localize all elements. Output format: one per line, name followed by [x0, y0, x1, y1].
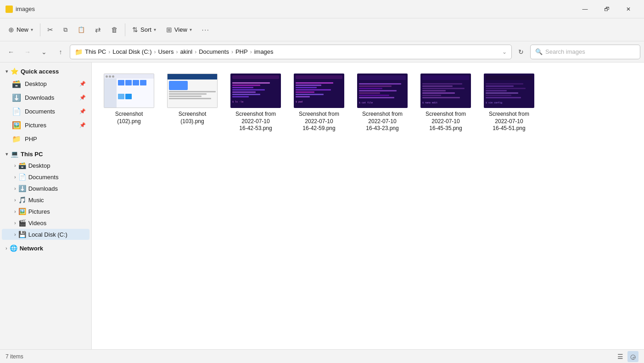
view-button[interactable]: ⊞ View ▾ — [162, 23, 196, 37]
sidebar-item-php[interactable]: 📁 PHP — [2, 132, 90, 146]
sidebar-localdisk-label: Local Disk (C:) — [28, 231, 67, 238]
sidebar-documents-pc-label: Documents — [28, 174, 59, 181]
sidebar-videos-pc-label: Videos — [28, 220, 47, 227]
sidebar-item-documents-qa[interactable]: 📄 Documents 📌 — [2, 105, 90, 118]
pictures-icon-qa: 🖼️ — [12, 121, 21, 130]
file-item-screenshot-103[interactable]: Screenshot(103).png — [162, 70, 222, 136]
thumb-164323-img: $ cat file — [357, 74, 408, 108]
file-item-screenshot-164535[interactable]: $ nano edit Screenshot from2022-07-1016-… — [416, 70, 476, 136]
file-name-103: Screenshot(103).png — [179, 111, 207, 125]
forward-button[interactable]: → — [20, 45, 35, 59]
documents-icon-qa: 📄 — [12, 107, 21, 116]
localdisk-expand: › — [14, 232, 16, 237]
history-button[interactable]: ⌄ — [37, 45, 51, 59]
file-item-screenshot-164551[interactable]: $ vim config Screenshot from2022-07-1016… — [479, 70, 539, 136]
toolbar-sep-1 — [40, 23, 40, 36]
view-label: View — [174, 26, 187, 33]
php-folder-icon: 📁 — [12, 135, 21, 143]
network-expand-icon: › — [6, 245, 7, 251]
desktop-icon: 🗃️ — [12, 79, 21, 88]
list-view-button[interactable]: ☰ — [615, 351, 626, 362]
search-box[interactable]: 🔍 Search images — [530, 45, 640, 59]
sidebar-item-downloads-pc[interactable]: › ⬇️ Downloads — [2, 183, 90, 194]
toolbar-sep-2 — [125, 23, 125, 36]
file-name-164253: Screenshot from2022-07-1016-42-53.png — [235, 111, 276, 132]
sidebar-item-pictures-qa[interactable]: 🖼️ Pictures 📌 — [2, 119, 90, 132]
network-icon: 🌐 — [10, 244, 17, 252]
minimize-button[interactable]: — — [575, 2, 595, 16]
downloads-pc-icon: ⬇️ — [18, 185, 26, 192]
sidebar-pictures-pc-label: Pictures — [28, 208, 50, 215]
downloads-pin-icon: 📌 — [79, 95, 86, 101]
quick-access-label: Quick access — [21, 68, 59, 75]
thumb-164259-img: $ pwd — [294, 74, 344, 108]
restore-button[interactable]: 🗗 — [596, 2, 617, 16]
sidebar-item-videos-pc[interactable]: › 🎬 Videos — [2, 217, 90, 228]
this-pc-header[interactable]: ▾ 💻 This PC — [2, 148, 90, 159]
main-area: ▾ ⭐ Quick access 🗃️ Desktop 📌 ⬇️ Downloa… — [0, 62, 644, 349]
file-grid: Screenshot(102).png — [99, 70, 637, 136]
music-icon: 🎵 — [18, 196, 26, 204]
documents-pc-expand: › — [14, 174, 16, 180]
thumbnail-164323: $ cat file — [357, 74, 408, 108]
sidebar-php-label: PHP — [25, 136, 37, 142]
file-item-screenshot-164259[interactable]: $ pwd Screenshot from2022-07-1016-42-59.… — [289, 70, 349, 136]
thumbnail-164535: $ nano edit — [420, 74, 471, 108]
up-button[interactable]: ↑ — [53, 45, 68, 59]
more-button[interactable]: ··· — [197, 23, 214, 36]
file-item-screenshot-164253[interactable]: $ ls -la Screenshot from2022-07-1016-42-… — [226, 70, 286, 136]
breadcrumb-users: Users — [158, 48, 174, 55]
thumb-164535-img: $ nano edit — [420, 74, 471, 108]
refresh-button[interactable]: ↻ — [514, 45, 528, 59]
view-dropdown-icon: ▾ — [190, 27, 192, 32]
thumb-164551-img: $ vim config — [484, 74, 534, 108]
breadcrumb-thispc: This PC — [85, 48, 106, 55]
new-button[interactable]: ⊕ New ▾ — [4, 23, 38, 37]
sidebar-item-desktop[interactable]: 🗃️ Desktop 📌 — [2, 77, 90, 91]
sidebar-item-pictures-pc[interactable]: › 🖼️ Pictures — [2, 206, 90, 217]
back-button[interactable]: ← — [4, 45, 18, 59]
sort-dropdown-icon: ▾ — [154, 27, 156, 32]
app-icon — [6, 6, 13, 13]
sidebar-item-desktop-pc[interactable]: › 🗃️ Desktop — [2, 160, 90, 171]
file-item-screenshot-164323[interactable]: $ cat file Screenshot from2022-07-1016-4… — [353, 70, 412, 136]
copy-button[interactable]: ⧉ — [59, 23, 72, 36]
quick-access-header[interactable]: ▾ ⭐ Quick access — [2, 66, 90, 77]
address-bar[interactable]: 📁 This PC › Local Disk (C:) › Users › ak… — [70, 45, 512, 59]
file-area: Screenshot(102).png — [92, 62, 644, 349]
move-button[interactable]: ⇄ — [90, 23, 106, 37]
thumbnail-164551: $ vim config — [484, 74, 534, 108]
desktop-pin-icon: 📌 — [79, 81, 86, 87]
view-controls: ☰ ◶ — [615, 351, 638, 362]
sidebar: ▾ ⭐ Quick access 🗃️ Desktop 📌 ⬇️ Downloa… — [0, 62, 92, 349]
cut-button[interactable]: ✂ — [43, 23, 58, 37]
copy-icon: ⧉ — [63, 26, 67, 34]
sort-button[interactable]: ⇅ Sort ▾ — [128, 23, 161, 37]
breadcrumb-akinl: akinl — [180, 48, 192, 55]
file-item-screenshot-102[interactable]: Screenshot(102).png — [99, 70, 159, 136]
view-icon: ⊞ — [166, 26, 172, 34]
delete-icon: 🗑 — [111, 26, 118, 34]
thumbnail-164259: $ pwd — [294, 74, 344, 108]
paste-button[interactable]: 📋 — [73, 23, 90, 36]
sidebar-item-music-pc[interactable]: › 🎵 Music — [2, 194, 90, 205]
sidebar-item-downloads-qa[interactable]: ⬇️ Downloads 📌 — [2, 91, 90, 104]
breadcrumb-sep-2: › — [154, 49, 156, 55]
file-name-164323: Screenshot from2022-07-1016-43-23.png — [362, 111, 403, 132]
sidebar-documents-label: Documents — [25, 108, 55, 115]
thumb-103-img — [167, 74, 218, 108]
sidebar-downloads-label: Downloads — [25, 94, 54, 101]
sidebar-item-documents-pc[interactable]: › 📄 Documents — [2, 171, 90, 182]
more-icon: ··· — [202, 26, 210, 33]
close-button[interactable]: ✕ — [618, 2, 638, 16]
status-bar: 7 items ☰ ◶ — [0, 349, 644, 363]
address-dropdown-icon[interactable]: ⌄ — [502, 49, 507, 55]
delete-button[interactable]: 🗑 — [106, 23, 123, 36]
desktop-pc-expand: › — [14, 163, 16, 168]
network-header[interactable]: › 🌐 Network — [2, 243, 90, 254]
title-bar: images — 🗗 ✕ — [0, 0, 644, 18]
sort-label: Sort — [140, 26, 151, 33]
grid-view-button[interactable]: ◶ — [627, 351, 638, 362]
sidebar-item-localdisk[interactable]: › 💾 Local Disk (C:) — [2, 229, 90, 240]
documents-pc-icon: 📄 — [18, 173, 26, 181]
